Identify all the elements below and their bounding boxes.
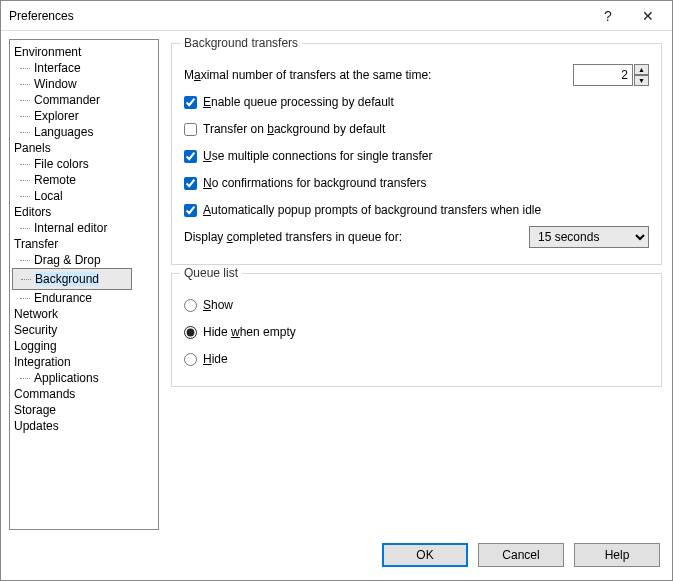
preferences-dialog: Preferences ? ✕ Environment Interface Wi…	[0, 0, 673, 581]
no-confirm-label: No confirmations for background transfer…	[203, 176, 426, 190]
content-pane: Background transfers Maximal number of t…	[169, 39, 664, 530]
queue-show-radio[interactable]	[184, 299, 197, 312]
max-transfers-spin-up[interactable]: ▲	[634, 64, 649, 75]
tree-commands[interactable]: Commands	[12, 386, 156, 402]
tree-internal[interactable]: Internal editor	[12, 220, 156, 236]
auto-popup-label: Automatically popup prompts of backgroun…	[203, 203, 541, 217]
queue-show-label: Show	[203, 298, 233, 312]
close-icon[interactable]: ✕	[628, 2, 668, 30]
transfer-bg-label: Transfer on background by default	[203, 122, 385, 136]
display-completed-select[interactable]: 15 seconds	[529, 226, 649, 248]
multi-conn-checkbox[interactable]	[184, 150, 197, 163]
tree-dragdrop[interactable]: Drag & Drop	[12, 252, 156, 268]
tree-integration[interactable]: Integration	[12, 354, 156, 370]
tree-storage[interactable]: Storage	[12, 402, 156, 418]
queue-hide-empty-radio[interactable]	[184, 326, 197, 339]
queue-hide-label: Hide	[203, 352, 228, 366]
transfer-bg-checkbox[interactable]	[184, 123, 197, 136]
ok-button[interactable]: OK	[382, 543, 468, 567]
display-completed-label: Display completed transfers in queue for…	[184, 230, 402, 244]
tree-endurance[interactable]: Endurance	[12, 290, 156, 306]
button-bar: OK Cancel Help	[1, 530, 672, 580]
group-label: Background transfers	[180, 36, 302, 50]
tree-window[interactable]: Window	[12, 76, 156, 92]
multi-conn-label: Use multiple connections for single tran…	[203, 149, 432, 163]
tree-background[interactable]: Background	[12, 268, 132, 290]
category-tree[interactable]: Environment Interface Window Commander E…	[9, 39, 159, 530]
max-transfers-spin-down[interactable]: ▼	[634, 75, 649, 86]
titlebar: Preferences ? ✕	[1, 1, 672, 31]
group-background-transfers: Background transfers Maximal number of t…	[171, 43, 662, 265]
tree-environment[interactable]: Environment	[12, 44, 156, 60]
tree-remote[interactable]: Remote	[12, 172, 156, 188]
tree-network[interactable]: Network	[12, 306, 156, 322]
help-button[interactable]: Help	[574, 543, 660, 567]
tree-updates[interactable]: Updates	[12, 418, 156, 434]
tree-transfer[interactable]: Transfer	[12, 236, 156, 252]
cancel-button[interactable]: Cancel	[478, 543, 564, 567]
max-transfers-label: Maximal number of transfers at the same …	[184, 68, 431, 82]
tree-panels[interactable]: Panels	[12, 140, 156, 156]
help-icon[interactable]: ?	[588, 2, 628, 30]
tree-security[interactable]: Security	[12, 322, 156, 338]
dialog-title: Preferences	[9, 9, 588, 23]
enable-queue-checkbox[interactable]	[184, 96, 197, 109]
max-transfers-input[interactable]	[573, 64, 633, 86]
tree-applications[interactable]: Applications	[12, 370, 156, 386]
auto-popup-checkbox[interactable]	[184, 204, 197, 217]
tree-local[interactable]: Local	[12, 188, 156, 204]
tree-editors[interactable]: Editors	[12, 204, 156, 220]
tree-languages[interactable]: Languages	[12, 124, 156, 140]
tree-interface[interactable]: Interface	[12, 60, 156, 76]
queue-hide-empty-label: Hide when empty	[203, 325, 296, 339]
enable-queue-label: Enable queue processing by default	[203, 95, 394, 109]
group-queue-list: Queue list Show Hide when empty Hide	[171, 273, 662, 387]
tree-filecolors[interactable]: File colors	[12, 156, 156, 172]
tree-commander[interactable]: Commander	[12, 92, 156, 108]
group-label: Queue list	[180, 266, 242, 280]
tree-logging[interactable]: Logging	[12, 338, 156, 354]
tree-explorer[interactable]: Explorer	[12, 108, 156, 124]
no-confirm-checkbox[interactable]	[184, 177, 197, 190]
queue-hide-radio[interactable]	[184, 353, 197, 366]
